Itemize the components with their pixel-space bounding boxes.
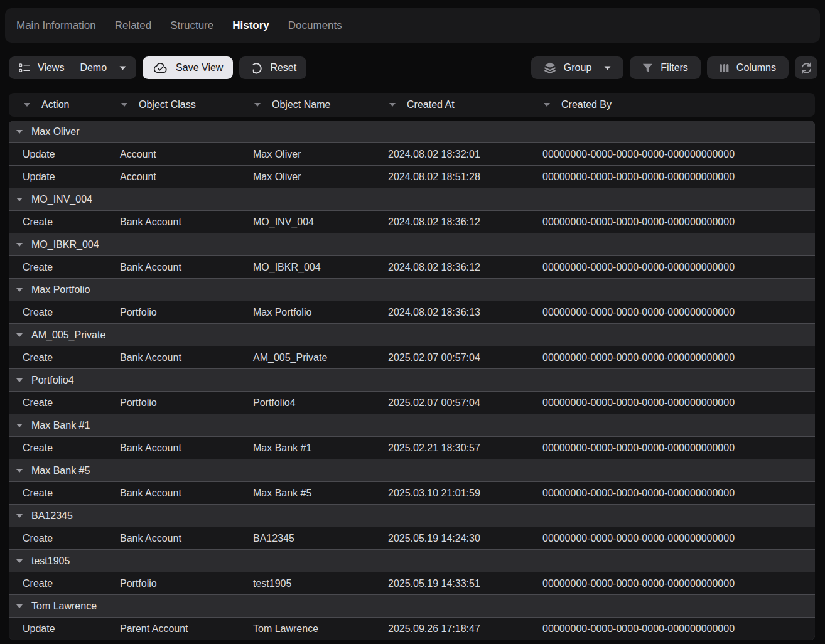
reset-button[interactable]: Reset (239, 56, 306, 79)
column-header-created-at[interactable]: Created At (374, 99, 529, 110)
save-view-label: Save View (176, 62, 223, 73)
caret-down-icon (119, 66, 126, 70)
table-row[interactable]: CreateBank AccountMO_INV_0042024.08.02 1… (9, 211, 815, 233)
group-collapse-icon[interactable] (16, 198, 23, 201)
group-collapse-icon[interactable] (16, 469, 23, 473)
table-row[interactable]: CreateBank AccountMO_IBKR_0042024.08.02 … (9, 256, 815, 278)
cell-object-name: Max Portfolio (239, 307, 374, 318)
group-collapse-icon[interactable] (16, 333, 23, 337)
table-row[interactable]: UpdateParent AccountTom Lawrence2025.09.… (9, 618, 815, 640)
group-label: Max Oliver (31, 126, 79, 137)
cell-action: Update (9, 623, 106, 635)
table-row[interactable]: CreateBank AccountMax Bank #12025.02.21 … (9, 437, 815, 459)
group-label: Group (564, 62, 591, 73)
table-group-row[interactable]: test1905 (9, 550, 815, 572)
group-collapse-icon[interactable] (16, 130, 23, 134)
table-row[interactable]: CreatePortfolioMax Portfolio2024.08.02 1… (9, 301, 815, 323)
column-header-created-by[interactable]: Created By (529, 99, 815, 110)
table-group-row[interactable]: Portfolio4 (9, 369, 815, 391)
cell-object-name: Max Oliver (239, 149, 374, 160)
toolbar: Views Demo Save View (9, 56, 817, 79)
table-group-row[interactable]: Max Bank #5 (9, 459, 815, 481)
table-row[interactable]: CreatePortfolioPortfolio42025.02.07 00:5… (9, 392, 815, 414)
group-label: test1905 (31, 555, 70, 567)
table-row[interactable]: UpdateAccountMax Oliver2024.08.02 18:51:… (9, 166, 815, 188)
table-group-row[interactable]: MO_INV_004 (9, 188, 815, 210)
cell-object-class: Bank Account (106, 217, 239, 228)
tab-documents[interactable]: Documents (288, 19, 342, 32)
group-button[interactable]: Group (531, 56, 623, 79)
group-label: MO_INV_004 (31, 194, 92, 205)
columns-button[interactable]: Columns (707, 56, 789, 79)
table-group-row[interactable]: BA12345 (9, 505, 815, 527)
table-row[interactable]: CreateBank AccountBA123452025.05.19 14:2… (9, 527, 815, 549)
cell-created-by: 00000000-0000-0000-0000-000000000000 (529, 352, 815, 363)
refresh-button[interactable] (795, 56, 817, 79)
column-label: Created By (561, 99, 612, 110)
caret-down-icon[interactable] (121, 103, 127, 107)
group-collapse-icon[interactable] (16, 288, 23, 292)
cell-created-by: 00000000-0000-0000-0000-000000000000 (529, 262, 815, 273)
table-group-row[interactable]: MO_IBKR_004 (9, 233, 815, 255)
cell-action: Create (9, 217, 106, 228)
group-label: MO_IBKR_004 (31, 239, 99, 250)
cell-created-at: 2024.08.02 18:36:12 (374, 262, 529, 273)
cell-object-name: Tom Lawrence (239, 623, 374, 635)
cell-object-class: Bank Account (106, 488, 239, 499)
cell-object-name: Max Oliver (239, 171, 374, 183)
group-label: Max Portfolio (31, 284, 90, 296)
cell-object-name: MO_IBKR_004 (239, 262, 374, 273)
table-group-row[interactable]: Max Bank #1 (9, 414, 815, 436)
caret-down-icon[interactable] (254, 103, 261, 107)
cell-object-class: Account (106, 171, 239, 183)
cell-action: Create (9, 578, 106, 589)
tab-history[interactable]: History (232, 19, 269, 32)
caret-down-icon[interactable] (389, 103, 396, 107)
tab-related[interactable]: Related (115, 19, 152, 32)
cell-created-by: 00000000-0000-0000-0000-000000000000 (529, 623, 815, 635)
tab-main-information[interactable]: Main Information (16, 19, 96, 32)
caret-down-icon (604, 66, 611, 70)
caret-down-icon[interactable] (544, 103, 550, 107)
table-group-row[interactable]: Tom Lawrence (9, 595, 815, 617)
table-row[interactable]: UpdateAccountMax Oliver2024.08.02 18:32:… (9, 143, 815, 165)
cell-action: Create (9, 533, 106, 544)
filters-button[interactable]: Filters (630, 56, 701, 79)
table-group-row[interactable]: Max Oliver (9, 121, 815, 142)
cell-object-name: Max Bank #1 (239, 443, 374, 454)
group-label: Tom Lawrence (31, 601, 97, 612)
group-collapse-icon[interactable] (16, 604, 23, 608)
caret-down-icon[interactable] (24, 103, 30, 107)
cell-object-name: AM_005_Private (239, 352, 374, 363)
group-collapse-icon[interactable] (16, 424, 23, 427)
cell-object-class: Parent Account (106, 623, 239, 635)
group-collapse-icon[interactable] (16, 514, 23, 518)
views-button[interactable]: Views Demo (9, 56, 136, 79)
column-header-object-class[interactable]: Object Class (106, 99, 239, 110)
cell-created-by: 00000000-0000-0000-0000-000000000000 (529, 171, 815, 183)
column-header-action[interactable]: Action (9, 99, 106, 110)
group-collapse-icon[interactable] (16, 559, 23, 563)
cell-created-at: 2024.08.02 18:36:12 (374, 217, 529, 228)
table-group-row[interactable]: Max Portfolio (9, 279, 815, 301)
cell-created-at: 2025.02.21 18:30:57 (374, 443, 529, 454)
cell-object-class: Account (106, 149, 239, 160)
table-row[interactable]: CreateBank AccountAM_005_Private2025.02.… (9, 346, 815, 368)
toolbar-left: Views Demo Save View (9, 56, 306, 79)
cell-object-name: MO_INV_004 (239, 217, 374, 228)
group-label: Max Bank #5 (31, 465, 90, 476)
table-row[interactable]: CreateBank AccountMax Bank #52025.03.10 … (9, 482, 815, 504)
table-row[interactable]: CreatePortfoliotest19052025.05.19 14:33:… (9, 572, 815, 594)
save-view-button[interactable]: Save View (143, 56, 233, 79)
table-body: Max OliverUpdateAccountMax Oliver2024.08… (9, 121, 815, 640)
views-label: Views (38, 62, 64, 73)
table-group-row[interactable]: AM_005_Private (9, 324, 815, 346)
cell-created-by: 00000000-0000-0000-0000-000000000000 (529, 397, 815, 409)
column-header-object-name[interactable]: Object Name (239, 99, 374, 110)
tab-structure[interactable]: Structure (170, 19, 213, 32)
cell-created-by: 00000000-0000-0000-0000-000000000000 (529, 149, 815, 160)
toolbar-right: Group Filters Columns (531, 56, 817, 79)
group-collapse-icon[interactable] (16, 243, 23, 247)
cell-object-class: Bank Account (106, 352, 239, 363)
group-collapse-icon[interactable] (16, 378, 23, 382)
